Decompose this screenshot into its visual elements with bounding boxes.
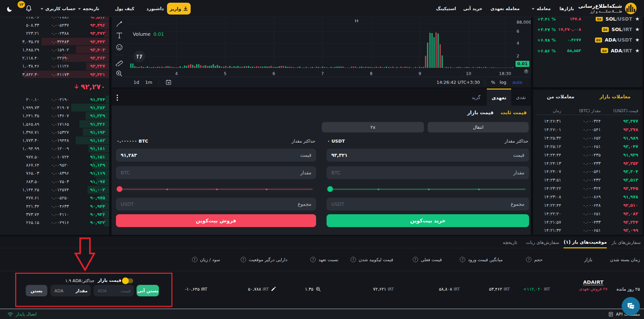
timeframe-1m[interactable]: 1m bbox=[142, 80, 156, 85]
clock-status[interactable]: 14:26:42 UTC+3:30 bbox=[436, 80, 480, 85]
orderbook-ask-row[interactable]: ۳,۸۴۲.۳۰ ۰.۰۴۱۱۷۳ ۹۳,۳۲۱ bbox=[0, 70, 109, 78]
form-menu-kebab-icon[interactable] bbox=[117, 95, 118, 102]
timeframe-1d[interactable]: 1d bbox=[130, 80, 142, 85]
orderbook-bid-row[interactable]: ۱,۰۹۴.۹۹ ۰.۰۱۲۰۰۹ ۹۱,۱۸۱ bbox=[0, 145, 109, 153]
measure-tool-icon[interactable] bbox=[115, 58, 123, 66]
orderbook-bid-row[interactable]: ۲۰۰.۱۰ ۰.۰۰۲۱۹۰ ۹۱,۳۷۴ bbox=[0, 95, 109, 103]
sell-submit-button[interactable]: فروش بیت‌کوین bbox=[116, 214, 316, 227]
close-button[interactable]: بستن bbox=[26, 285, 47, 296]
orderbook-ask-row[interactable]: ۳,۰۳۵.۲۷ ۰.۰۳۲۴۸۳ ۹۳,۴۴۲ bbox=[0, 38, 109, 46]
nav-markets[interactable]: بازارها bbox=[559, 0, 574, 17]
buy-submit-button[interactable]: خرید بیت‌کوین bbox=[327, 214, 529, 227]
sell-total-input[interactable]: مجموع USDT bbox=[116, 198, 316, 211]
tab-history[interactable]: تاریخچه bbox=[503, 236, 517, 248]
orderbook-bid-row[interactable]: ۹۷۷.۵۰ ۰.۰۱۰۷۲۴ ۹۱,۱۵۱ bbox=[0, 153, 109, 161]
trade-row[interactable]: ۹۲,۳۰۴ ۰.۰۰۰۵۴۱ ۱۴:۲۴:۰۷ bbox=[533, 167, 643, 176]
buy-amount-input[interactable]: مقدار BTC bbox=[327, 166, 529, 179]
help-icon[interactable]: ? bbox=[192, 257, 197, 262]
brush-tool-icon[interactable] bbox=[115, 20, 123, 28]
orderbook-bid-row[interactable]: ۳۷۳.۷۴ ۰.۰۰۴۱۱۰ ۹۰,۹۳۶ bbox=[0, 210, 109, 218]
nav-instant-buy[interactable]: خرید آنی bbox=[463, 0, 482, 17]
help-icon[interactable]: ? bbox=[413, 257, 418, 262]
orderbook-bid-row[interactable]: ۱,۱۴۴.۲۵ ۰.۰۱۲۵۷۴ ۹۱,۰۰۲ bbox=[0, 186, 109, 194]
orderbook-ask-row[interactable]: ۵۰۸.۳۳ ۰.۰۰۵۴۳۷ ۹۳,۴۹۶ bbox=[0, 21, 109, 29]
nav-wallet[interactable]: کیف پول bbox=[115, 0, 134, 17]
orderbook-bid-row[interactable]: ۶۸۳.۵۰ ۰.۰۰۷۵۰۳ ۹۱,۰۹۷ bbox=[0, 177, 109, 186]
market-row[interactable]: ★ ADA/USDT۵x ۰.۴۶۷۷ +۶.۷۸ % bbox=[533, 35, 643, 45]
sell-percent-slider[interactable] bbox=[117, 186, 315, 192]
trade-row[interactable]: ۹۲,۲۵۳ ۰.۰۰۰۴۳۳ ۱۴:۲۴:۱۳ bbox=[533, 159, 643, 167]
tab-margin[interactable]: تعهدی bbox=[487, 89, 511, 106]
tab-grid[interactable]: گرید bbox=[465, 89, 487, 106]
zoom-tool-icon[interactable] bbox=[115, 70, 123, 77]
trade-row[interactable]: ۹۲,۲۷۸ ۰.۰۰۰۵۴۱ ۱۴:۲۶:۰۱ bbox=[533, 125, 643, 134]
sell-price-input[interactable]: قیمت ۹۱,۲۸۳ bbox=[116, 149, 316, 162]
orderbook-bid-row[interactable]: ۱,۵۶۵.۸۹ ۰.۰۱۷۱۶۵ ۹۱,۲۲۶ bbox=[0, 120, 109, 128]
tab-spot[interactable]: نقدی bbox=[511, 89, 531, 106]
brand[interactable]: شبکه‌اطلاع‌رسانی طـــــلا،سکـــــه و ارز bbox=[578, 0, 637, 17]
trade-row[interactable]: ۹۲,۵۱۳ ۰.۰۰۰۴۳۲ ۱۴:۲۳:۵۱ bbox=[533, 176, 643, 184]
favorite-star-icon[interactable]: ★ bbox=[635, 17, 640, 22]
nav-staking[interactable]: استیکینگ bbox=[436, 0, 456, 17]
favorite-star-icon[interactable]: ★ bbox=[635, 26, 640, 32]
emoji-tool-icon[interactable] bbox=[115, 43, 123, 51]
nav-account[interactable]: حساب کاربری bbox=[41, 0, 76, 17]
theme-moon-icon[interactable] bbox=[6, 6, 13, 13]
help-icon[interactable]: ? bbox=[351, 257, 356, 262]
percent-scale[interactable]: % bbox=[490, 80, 497, 85]
buy-price-input[interactable]: قیمت ۹۳,۳۲۱ bbox=[327, 149, 529, 162]
favorite-star-icon[interactable]: ★ bbox=[635, 48, 640, 54]
text-tool-icon[interactable] bbox=[115, 31, 123, 40]
sell-slider-knob[interactable] bbox=[117, 186, 122, 192]
market-row[interactable]: ★ SOL/IRT۵x ۱۷,۲۷۰,۰۰۸ +۳.۴۷ % bbox=[533, 24, 643, 34]
orderbook-bid-row[interactable]: ۲۶۵.۱۵ ۰.۰۰۲۹۱۶ ۹۰,۹۳۲ bbox=[0, 218, 109, 226]
orderbook-bid-row[interactable]: ۱,۳۹۷.۷۱ ۰.۰۱۵۳۲۷ ۹۱,۱۹۳ bbox=[0, 128, 109, 136]
orderbook-bid-row[interactable]: ۴۲۱.۳۴ ۰.۰۰۴۶۳۳ ۹۰,۹۴۴ bbox=[0, 202, 109, 210]
buy-slider-knob[interactable] bbox=[327, 186, 333, 192]
inspect-ratio-magnifier-icon[interactable] bbox=[315, 286, 321, 292]
support-chat-button[interactable] bbox=[622, 297, 640, 315]
help-icon[interactable]: ? bbox=[310, 257, 316, 262]
trade-row[interactable]: ۹۲,۰۴۷ ۰.۰۰۰۶۵۱ ۱۴:۲۵:۱۲ bbox=[533, 142, 643, 151]
orderbook-bid-row[interactable]: ۱,۲۴۱.۳۵ ۰.۰۱۳۶۰۷ ۹۱,۲۲۹ bbox=[0, 112, 109, 120]
instant-close-button[interactable]: بستن آنی bbox=[137, 285, 159, 296]
orderbook-bid-row[interactable]: ۴۷۷.۶۱ ۰.۰۰۵۲۵۰ ۹۰,۹۷۵ bbox=[0, 194, 109, 202]
trade-row[interactable]: ۹۲,۰۹۹ ۰.۰۰۰۶۵۱ ۱۴:۲۱:۳۴ bbox=[533, 226, 643, 235]
trade-row[interactable]: ۹۱,۹۳۹ ۰.۰۰۰۴۳۵ ۱۴:۲۴:۴۴ bbox=[533, 150, 643, 159]
trade-row[interactable]: ۹۱,۹۷۸ ۰.۰۰۰۸۶۹ ۱۴:۲۳:۰۸ bbox=[533, 193, 643, 201]
tab-my-trades[interactable]: معاملات من bbox=[547, 94, 574, 99]
close-price-input[interactable]: قیمتADA bbox=[94, 285, 134, 296]
deposit-button[interactable]: واریز bbox=[167, 3, 191, 15]
orderbook-bid-row[interactable]: ۸۶۷.۶۴ ۰.۰۰۹۵۲۰ ۹۱,۱۳۹ bbox=[0, 161, 109, 169]
auto-scale[interactable]: auto bbox=[509, 80, 525, 85]
tab-open-orders[interactable]: سفارش‌های باز bbox=[612, 236, 641, 248]
close-amount-input[interactable]: مقدارADA bbox=[50, 285, 91, 296]
orderbook-ask-row[interactable]: ۴۲۸.۰۶ ۰.۰۰۴۷۸۱ ۹۳,۵۱۴ bbox=[0, 17, 109, 21]
log-scale[interactable]: log bbox=[497, 80, 509, 85]
notification-count-badge[interactable]: ۱۳ bbox=[18, 1, 25, 8]
nav-dashboard[interactable]: داشبورد bbox=[146, 0, 164, 17]
market-price-toggle[interactable] bbox=[123, 278, 133, 283]
sell-amount-input[interactable]: مقدار BTC bbox=[116, 166, 316, 179]
orderbook-ask-row[interactable]: ۱,۰۳۸.۴۶ ۰.۰۱۱۱۲۶ ۹۳,۳۳۷ bbox=[0, 62, 109, 70]
buy-percent-slider[interactable] bbox=[327, 186, 528, 192]
orderbook-ask-row[interactable]: ۱,۴۸۵.۲۹ ۰.۰۱۵۹۰۲ ۹۳,۴۰۳ bbox=[0, 46, 109, 54]
trade-row[interactable]: ۹۱,۹۸۹ ۰.۰۰۰۶۵۲ ۱۴:۲۵:۳۲ bbox=[533, 134, 643, 142]
tab-bot-orders[interactable]: سفارش‌های ربات bbox=[526, 236, 559, 248]
help-icon[interactable]: ? bbox=[241, 257, 246, 262]
trade-row[interactable]: ۹۲,۴۴۵ ۰.۰۰۰۳۲۴ ۱۴:۲۳:۲۲ bbox=[533, 184, 643, 193]
go-to-date-icon[interactable] bbox=[162, 79, 175, 85]
orderbook-ask-row[interactable]: ۲,۱۱۸.۴۰ ۰.۰۲۲۶۹۰ ۹۳,۳۶۳ bbox=[0, 54, 109, 62]
chart-price-axis[interactable]: 88,000 6 4 2 0.01 bbox=[514, 17, 531, 77]
help-icon[interactable]: ? bbox=[526, 257, 531, 262]
nav-history[interactable]: تاریخچه bbox=[78, 0, 99, 17]
edit-pencil-icon[interactable] bbox=[271, 286, 276, 292]
favorite-star-icon[interactable]: ★ bbox=[635, 37, 640, 43]
nav-trade[interactable]: معامله bbox=[532, 0, 551, 17]
market-row[interactable]: ★ ADA/IRT۵x ۵۸,۸۵۳ +۶.۵۶ % bbox=[533, 45, 643, 56]
axis-settings-gear-icon[interactable] bbox=[524, 69, 529, 74]
orderbook-bid-row[interactable]: ۱,۹۹۹.۷۳ ۰.۰۲۱۹۰۷ ۹۱,۲۸۳ bbox=[0, 103, 109, 112]
notifications-bell-icon[interactable] bbox=[25, 5, 32, 12]
tab-open-positions[interactable]: موقعیت‌های باز (۱) bbox=[564, 236, 607, 248]
help-icon[interactable]: ? bbox=[460, 257, 465, 262]
